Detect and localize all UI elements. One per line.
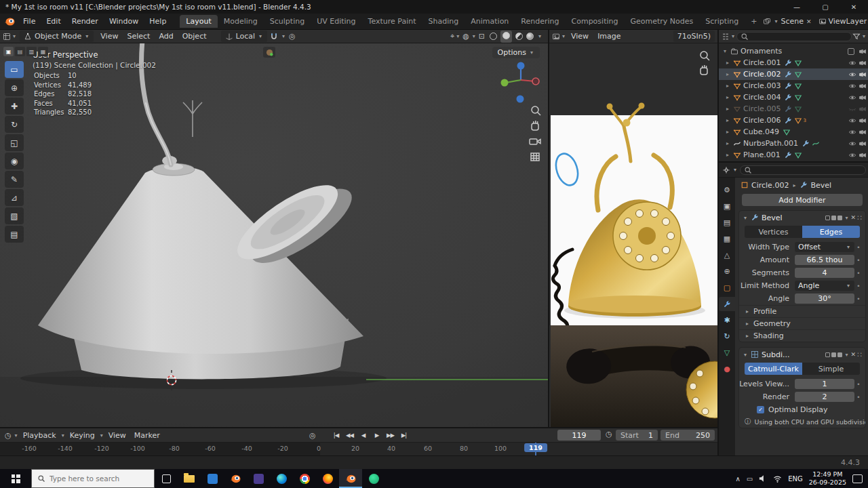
filter-funnel-icon[interactable] [852,33,861,41]
scene-unlink-icon[interactable]: ✕ [806,18,812,25]
tab-tool[interactable]: ⚙ [719,183,735,197]
viewport-menu-view[interactable]: View [96,30,122,42]
menu-render[interactable]: Render [66,16,104,27]
play-button[interactable]: ▶ [371,430,382,441]
auto-key-icon[interactable]: ◎ [309,431,316,440]
subpanel-profile[interactable]: ▸Profile [739,305,865,317]
image-datablock-selector[interactable]: 71oSIn5) [673,30,715,42]
realtime-toggle-icon[interactable] [831,216,836,220]
display-tray-icon[interactable]: ▭ [747,475,753,483]
options-dropdown[interactable]: Options ▾ [492,47,540,58]
shading-solid-icon[interactable] [500,30,512,43]
firefox-browser-button[interactable] [316,469,339,488]
outliner-item-hidden[interactable]: ▸ Circle.005 [719,103,868,115]
levels-viewport-field[interactable]: 1 [795,379,854,389]
edit-mode-toggle-icon[interactable] [825,352,830,357]
menu-file[interactable]: File [18,16,41,27]
realtime-toggle-icon[interactable] [831,352,836,357]
tab-shading[interactable]: Shading [422,15,465,28]
scene-name[interactable]: Scene [781,17,804,26]
breadcrumb-modifier[interactable]: Bevel [810,181,831,190]
levels-render-field[interactable]: 2 [795,392,854,402]
properties-type-icon[interactable] [722,166,730,174]
tool-annotate[interactable]: ✎ [5,171,24,188]
wifi-icon[interactable] [773,475,782,483]
viewport-menu-select[interactable]: Select [123,30,154,42]
camera-toggle-icon[interactable] [859,128,867,136]
outliner-item[interactable]: ▸ Circle.006 3 [719,115,868,126]
timeline-ruler[interactable]: -160 -140 -120 -100 -80 -60 -40 -20 0 20… [0,443,717,457]
camera-toggle-icon[interactable] [859,117,867,125]
tray-expand-icon[interactable]: ∧ [735,475,740,483]
jump-to-start-button[interactable]: |◀ [330,430,342,441]
task-view-button[interactable] [155,469,178,488]
xray-icon[interactable]: ⊡ [477,32,486,41]
outliner-type-chevron[interactable]: ▾ [730,33,736,39]
edit-mode-toggle-icon[interactable] [825,216,830,220]
timeline-menu-playback[interactable]: Playback [19,430,60,441]
hide-eye-icon[interactable] [848,94,856,102]
viewport-3d[interactable]: ▾ Object Mode ▾ View Select Add Object L… [0,30,548,427]
outliner-type-icon[interactable] [722,33,730,41]
current-frame-field[interactable]: 119 [557,430,601,441]
select-mode-extend[interactable]: ▤ [15,47,25,56]
tool-measure[interactable]: ⊿ [5,189,24,206]
app-purple-button[interactable] [247,469,270,488]
mode-selector[interactable]: Object Mode ▾ [20,30,94,42]
menu-edit[interactable]: Edit [41,16,66,27]
overlays-icon[interactable]: ◍ [461,32,471,41]
app-teal-button[interactable] [362,469,385,488]
timeline-type-icon[interactable]: ◷ [3,431,14,440]
outliner-item[interactable]: ▸ Circle.004 [719,92,868,103]
closed-eye-icon[interactable] [848,105,856,113]
tab-scene[interactable]: △ [719,248,735,262]
drag-grip-icon[interactable]: ∷ [857,350,862,359]
viewlayer-name[interactable]: ViewLayer [829,17,867,26]
hide-eye-icon[interactable] [848,140,856,148]
taskbar-search-input[interactable] [50,474,149,483]
subpanel-shading[interactable]: ▸Shading [739,329,865,342]
tab-texture-paint[interactable]: Texture Paint [362,15,422,28]
select-mode-invert[interactable]: ▦ [38,47,48,56]
jump-to-end-button[interactable]: ▶| [398,430,410,441]
tab-scripting[interactable]: Scripting [699,15,745,28]
outliner-item[interactable]: ▸ Cube.049 [719,126,868,138]
tab-uv-editing[interactable]: UV Editing [311,15,361,28]
image-editor-type-icon[interactable] [552,33,560,41]
tab-object-data[interactable]: ▽ [719,346,735,360]
subdivision-panel-header[interactable]: ▾ Subdi... ▾ ✕ ∷ [739,348,865,361]
viewport-menu-object[interactable]: Object [178,30,211,42]
bevel-panel-header[interactable]: ▾ Bevel ▾ ✕ ∷ [739,211,865,224]
editor-type-icon[interactable] [3,33,11,41]
close-modifier-icon[interactable]: ✕ [850,214,856,221]
play-reverse-button[interactable]: ◀ [357,430,369,441]
app-blue-button[interactable] [201,469,224,488]
camera-toggle-icon[interactable] [859,94,867,102]
timeline-menu-keying[interactable]: Keying [66,430,99,441]
gizmo-chevron[interactable]: ▾ [455,33,460,39]
tab-compositing[interactable]: Compositing [566,15,625,28]
tool-rotate[interactable]: ↻ [5,116,24,133]
properties-search-input[interactable] [754,166,862,174]
hide-eye-icon[interactable] [848,151,856,159]
blender-logo-icon[interactable] [4,18,15,26]
menu-window[interactable]: Window [104,16,144,27]
tab-modifiers[interactable] [719,297,735,311]
angle-field[interactable]: 30° [795,293,854,304]
width-type-dropdown[interactable]: Offset▾ [795,242,854,252]
close-button[interactable]: ✕ [840,0,868,14]
breadcrumb-object[interactable]: Circle.002 [751,181,789,190]
tab-world[interactable]: ⊕ [719,264,735,279]
render-toggle-icon[interactable] [837,352,842,357]
edge-browser-button[interactable] [270,469,293,488]
volume-icon[interactable] [759,474,767,483]
editor-type-chevron[interactable]: ▾ [12,33,17,39]
outliner-item-active[interactable]: ▸ Circle.002 [719,68,868,80]
extras-chevron[interactable]: ▾ [844,215,849,221]
blender-app-button[interactable] [224,469,247,488]
tab-geometry-nodes[interactable]: Geometry Nodes [624,15,699,28]
catmull-clark-button[interactable]: Catmull-Clark [745,363,802,375]
timeline-menu-view[interactable]: View [104,430,130,441]
shading-rendered-icon[interactable] [526,33,534,40]
camera-toggle-icon[interactable] [859,82,867,90]
